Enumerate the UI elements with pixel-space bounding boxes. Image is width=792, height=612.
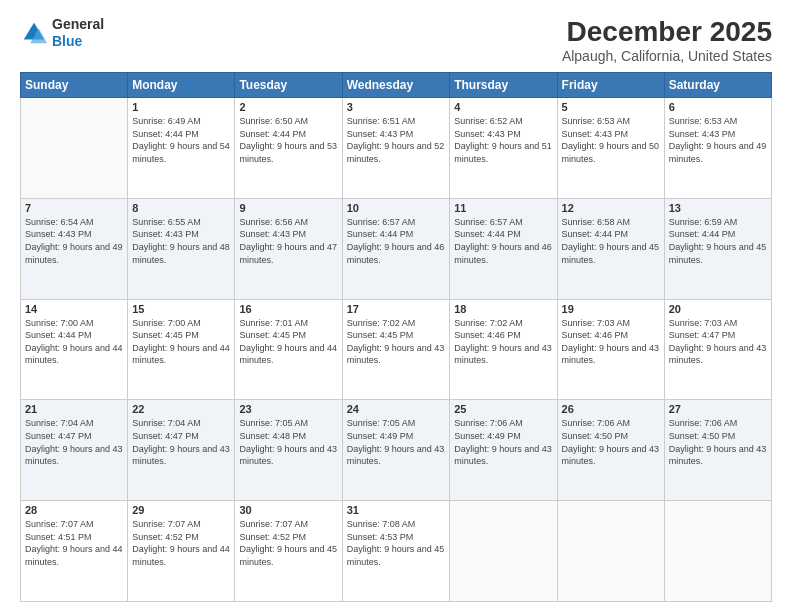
calendar-table: SundayMondayTuesdayWednesdayThursdayFrid… bbox=[20, 72, 772, 602]
day-info: Sunrise: 6:56 AMSunset: 4:43 PMDaylight:… bbox=[239, 216, 337, 266]
day-info: Sunrise: 7:07 AMSunset: 4:51 PMDaylight:… bbox=[25, 518, 123, 568]
sunset-text: Sunset: 4:50 PM bbox=[669, 430, 767, 443]
day-number: 16 bbox=[239, 303, 337, 315]
daylight-text: Daylight: 9 hours and 43 minutes. bbox=[239, 443, 337, 468]
calendar-cell: 26Sunrise: 7:06 AMSunset: 4:50 PMDayligh… bbox=[557, 400, 664, 501]
calendar-week-4: 21Sunrise: 7:04 AMSunset: 4:47 PMDayligh… bbox=[21, 400, 772, 501]
daylight-text: Daylight: 9 hours and 53 minutes. bbox=[239, 140, 337, 165]
day-info: Sunrise: 6:53 AMSunset: 4:43 PMDaylight:… bbox=[562, 115, 660, 165]
sunrise-text: Sunrise: 6:57 AM bbox=[347, 216, 446, 229]
sunrise-text: Sunrise: 6:58 AM bbox=[562, 216, 660, 229]
sunrise-text: Sunrise: 7:06 AM bbox=[669, 417, 767, 430]
day-info: Sunrise: 7:06 AMSunset: 4:49 PMDaylight:… bbox=[454, 417, 552, 467]
calendar-week-1: 1Sunrise: 6:49 AMSunset: 4:44 PMDaylight… bbox=[21, 98, 772, 199]
logo-icon bbox=[20, 19, 48, 47]
day-number: 18 bbox=[454, 303, 552, 315]
calendar-cell: 21Sunrise: 7:04 AMSunset: 4:47 PMDayligh… bbox=[21, 400, 128, 501]
daylight-text: Daylight: 9 hours and 49 minutes. bbox=[25, 241, 123, 266]
daylight-text: Daylight: 9 hours and 44 minutes. bbox=[25, 543, 123, 568]
day-number: 30 bbox=[239, 504, 337, 516]
calendar-cell: 15Sunrise: 7:00 AMSunset: 4:45 PMDayligh… bbox=[128, 299, 235, 400]
sunrise-text: Sunrise: 6:54 AM bbox=[25, 216, 123, 229]
sunrise-text: Sunrise: 7:00 AM bbox=[25, 317, 123, 330]
sunset-text: Sunset: 4:45 PM bbox=[347, 329, 446, 342]
sunrise-text: Sunrise: 7:02 AM bbox=[454, 317, 552, 330]
calendar-cell: 14Sunrise: 7:00 AMSunset: 4:44 PMDayligh… bbox=[21, 299, 128, 400]
sunrise-text: Sunrise: 7:01 AM bbox=[239, 317, 337, 330]
calendar-cell bbox=[664, 501, 771, 602]
day-info: Sunrise: 7:00 AMSunset: 4:44 PMDaylight:… bbox=[25, 317, 123, 367]
calendar-header: SundayMondayTuesdayWednesdayThursdayFrid… bbox=[21, 73, 772, 98]
sunset-text: Sunset: 4:46 PM bbox=[454, 329, 552, 342]
day-info: Sunrise: 7:06 AMSunset: 4:50 PMDaylight:… bbox=[669, 417, 767, 467]
logo-line2: Blue bbox=[52, 33, 82, 49]
daylight-text: Daylight: 9 hours and 54 minutes. bbox=[132, 140, 230, 165]
sunrise-text: Sunrise: 7:00 AM bbox=[132, 317, 230, 330]
sunrise-text: Sunrise: 6:57 AM bbox=[454, 216, 552, 229]
calendar-cell: 24Sunrise: 7:05 AMSunset: 4:49 PMDayligh… bbox=[342, 400, 450, 501]
day-number: 24 bbox=[347, 403, 446, 415]
day-number: 9 bbox=[239, 202, 337, 214]
calendar-cell bbox=[557, 501, 664, 602]
sunrise-text: Sunrise: 7:08 AM bbox=[347, 518, 446, 531]
day-number: 21 bbox=[25, 403, 123, 415]
day-number: 4 bbox=[454, 101, 552, 113]
sunrise-text: Sunrise: 7:07 AM bbox=[25, 518, 123, 531]
sunset-text: Sunset: 4:43 PM bbox=[25, 228, 123, 241]
sunset-text: Sunset: 4:44 PM bbox=[454, 228, 552, 241]
day-info: Sunrise: 6:49 AMSunset: 4:44 PMDaylight:… bbox=[132, 115, 230, 165]
day-number: 17 bbox=[347, 303, 446, 315]
daylight-text: Daylight: 9 hours and 43 minutes. bbox=[347, 443, 446, 468]
weekday-header-saturday: Saturday bbox=[664, 73, 771, 98]
daylight-text: Daylight: 9 hours and 44 minutes. bbox=[25, 342, 123, 367]
day-number: 23 bbox=[239, 403, 337, 415]
calendar-cell: 9Sunrise: 6:56 AMSunset: 4:43 PMDaylight… bbox=[235, 198, 342, 299]
day-number: 12 bbox=[562, 202, 660, 214]
sunrise-text: Sunrise: 6:59 AM bbox=[669, 216, 767, 229]
main-title: December 2025 bbox=[562, 16, 772, 48]
sunrise-text: Sunrise: 6:52 AM bbox=[454, 115, 552, 128]
daylight-text: Daylight: 9 hours and 45 minutes. bbox=[669, 241, 767, 266]
day-number: 31 bbox=[347, 504, 446, 516]
daylight-text: Daylight: 9 hours and 43 minutes. bbox=[25, 443, 123, 468]
calendar-cell: 23Sunrise: 7:05 AMSunset: 4:48 PMDayligh… bbox=[235, 400, 342, 501]
sunset-text: Sunset: 4:53 PM bbox=[347, 531, 446, 544]
sunset-text: Sunset: 4:44 PM bbox=[347, 228, 446, 241]
day-number: 10 bbox=[347, 202, 446, 214]
calendar-cell: 16Sunrise: 7:01 AMSunset: 4:45 PMDayligh… bbox=[235, 299, 342, 400]
daylight-text: Daylight: 9 hours and 46 minutes. bbox=[347, 241, 446, 266]
sunset-text: Sunset: 4:46 PM bbox=[562, 329, 660, 342]
logo-text: General Blue bbox=[52, 16, 104, 50]
sunrise-text: Sunrise: 6:53 AM bbox=[669, 115, 767, 128]
weekday-header-monday: Monday bbox=[128, 73, 235, 98]
day-number: 14 bbox=[25, 303, 123, 315]
sunset-text: Sunset: 4:47 PM bbox=[669, 329, 767, 342]
day-number: 2 bbox=[239, 101, 337, 113]
sunset-text: Sunset: 4:43 PM bbox=[239, 228, 337, 241]
day-info: Sunrise: 6:58 AMSunset: 4:44 PMDaylight:… bbox=[562, 216, 660, 266]
day-info: Sunrise: 6:52 AMSunset: 4:43 PMDaylight:… bbox=[454, 115, 552, 165]
calendar-cell: 27Sunrise: 7:06 AMSunset: 4:50 PMDayligh… bbox=[664, 400, 771, 501]
day-info: Sunrise: 7:05 AMSunset: 4:49 PMDaylight:… bbox=[347, 417, 446, 467]
day-info: Sunrise: 6:51 AMSunset: 4:43 PMDaylight:… bbox=[347, 115, 446, 165]
sunset-text: Sunset: 4:52 PM bbox=[132, 531, 230, 544]
calendar-cell bbox=[450, 501, 557, 602]
daylight-text: Daylight: 9 hours and 43 minutes. bbox=[454, 443, 552, 468]
calendar-cell: 7Sunrise: 6:54 AMSunset: 4:43 PMDaylight… bbox=[21, 198, 128, 299]
day-number: 28 bbox=[25, 504, 123, 516]
day-info: Sunrise: 6:57 AMSunset: 4:44 PMDaylight:… bbox=[454, 216, 552, 266]
weekday-header-thursday: Thursday bbox=[450, 73, 557, 98]
calendar-cell: 18Sunrise: 7:02 AMSunset: 4:46 PMDayligh… bbox=[450, 299, 557, 400]
day-info: Sunrise: 7:00 AMSunset: 4:45 PMDaylight:… bbox=[132, 317, 230, 367]
daylight-text: Daylight: 9 hours and 43 minutes. bbox=[669, 342, 767, 367]
calendar-cell: 8Sunrise: 6:55 AMSunset: 4:43 PMDaylight… bbox=[128, 198, 235, 299]
weekday-header-sunday: Sunday bbox=[21, 73, 128, 98]
daylight-text: Daylight: 9 hours and 49 minutes. bbox=[669, 140, 767, 165]
sunset-text: Sunset: 4:50 PM bbox=[562, 430, 660, 443]
day-info: Sunrise: 7:02 AMSunset: 4:46 PMDaylight:… bbox=[454, 317, 552, 367]
calendar-cell: 17Sunrise: 7:02 AMSunset: 4:45 PMDayligh… bbox=[342, 299, 450, 400]
calendar-week-3: 14Sunrise: 7:00 AMSunset: 4:44 PMDayligh… bbox=[21, 299, 772, 400]
daylight-text: Daylight: 9 hours and 48 minutes. bbox=[132, 241, 230, 266]
sunrise-text: Sunrise: 7:07 AM bbox=[132, 518, 230, 531]
sunset-text: Sunset: 4:44 PM bbox=[239, 128, 337, 141]
